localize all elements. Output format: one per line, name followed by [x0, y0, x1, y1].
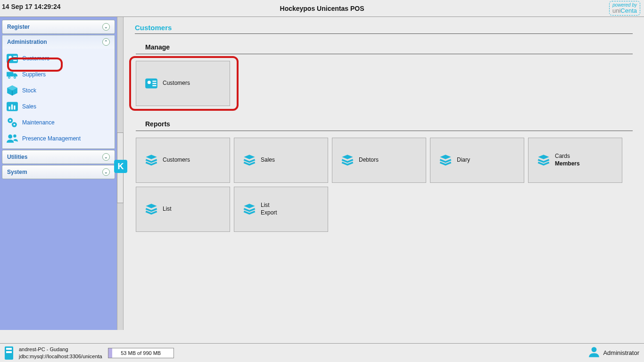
jdbc-url: jdbc:mysql://localhost:3306/unicenta	[19, 353, 102, 360]
barchart-icon	[6, 100, 18, 113]
accordion-administration-label: Administration	[7, 39, 47, 45]
stack-icon	[537, 154, 550, 167]
svg-point-19	[13, 134, 16, 138]
accordion-utilities-label: Utilities	[7, 154, 27, 160]
accordion-register[interactable]: Register ⌄	[2, 20, 115, 34]
sidebar-item-sales[interactable]: Sales	[2, 99, 115, 115]
page-title: Customers	[135, 24, 633, 32]
app-header: 14 Sep 17 14:29:24 Hockeypos Unicentas P…	[0, 0, 644, 17]
customers-icon	[6, 52, 18, 65]
svg-point-25	[592, 347, 597, 352]
svg-rect-11	[8, 107, 10, 110]
user-label: Administrator	[603, 349, 639, 356]
card-report-debtors[interactable]: Debtors	[332, 138, 426, 183]
sidebar-item-label: Maintenance	[22, 119, 55, 126]
card-label: Customers	[163, 80, 190, 87]
section-title-reports: Reports	[145, 120, 633, 128]
accordion-utilities[interactable]: Utilities ⌄	[2, 150, 115, 164]
truck-icon	[6, 68, 18, 81]
svg-point-1	[8, 56, 12, 59]
current-user[interactable]: Administrator	[588, 346, 639, 360]
main-content: Customers Manage Customers Reports Custo…	[124, 17, 644, 330]
accordion-administration-body: Customers Suppliers Stock	[2, 49, 115, 148]
sidebar-item-suppliers[interactable]: Suppliers	[2, 66, 115, 82]
accordion-system[interactable]: System ⌄	[2, 165, 115, 179]
powered-by-badge: powered by uniCenta	[609, 1, 640, 16]
stack-icon	[243, 203, 256, 216]
sidebar-item-label: Suppliers	[22, 71, 46, 78]
svg-rect-13	[14, 106, 15, 110]
chevron-down-icon: ⌄	[102, 153, 110, 161]
accordion-register-label: Register	[7, 24, 30, 30]
card-manage-customers[interactable]: Customers	[136, 61, 230, 106]
customers-icon	[145, 77, 158, 90]
gears-icon	[6, 116, 18, 129]
section-title-manage: Manage	[145, 43, 633, 51]
card-sublabel: Members	[555, 160, 580, 168]
accordion-system-label: System	[7, 169, 27, 175]
svg-rect-2	[13, 56, 17, 57]
svg-rect-12	[11, 105, 13, 110]
server-icon	[5, 346, 13, 360]
sidebar-item-customers[interactable]: Customers	[2, 50, 115, 66]
svg-rect-24	[152, 85, 156, 86]
sidebar-item-label: Presence Management	[22, 135, 81, 142]
svg-point-15	[9, 120, 11, 122]
chevron-down-icon: ⌄	[102, 168, 110, 176]
status-bar: andrest-PC - Gudang jdbc:mysql://localho…	[0, 343, 644, 362]
card-label: Sales	[261, 156, 275, 164]
app-title: Hockeypos Unicentas POS	[0, 5, 644, 12]
stack-icon	[341, 154, 354, 167]
svg-point-21	[148, 81, 151, 84]
people-icon	[6, 132, 18, 145]
svg-rect-23	[152, 83, 156, 84]
card-report-cards-members[interactable]: CardsMembers	[528, 138, 622, 183]
card-label: Diary	[457, 156, 470, 164]
card-report-list-export[interactable]: ListExport	[234, 187, 328, 232]
box-icon	[6, 84, 18, 97]
card-report-customers[interactable]: Customers	[136, 138, 230, 183]
host-info: andrest-PC - Gudang jdbc:mysql://localho…	[19, 346, 102, 360]
accordion-administration[interactable]: Administration ⌃ Customers Suppliers	[2, 35, 115, 149]
stack-icon	[243, 154, 256, 167]
memory-bar: 53 MB of 990 MB	[108, 348, 174, 358]
card-label: Cards	[555, 153, 570, 159]
stack-icon	[439, 154, 452, 167]
card-report-sales[interactable]: Sales	[234, 138, 328, 183]
sidebar: Register ⌄ Administration ⌃ Customers	[0, 17, 117, 330]
sidebar-item-label: Customers	[22, 55, 50, 62]
chevron-down-icon: ⌄	[102, 23, 110, 31]
svg-rect-5	[7, 72, 13, 77]
sidebar-item-label: Stock	[22, 87, 36, 94]
sidebar-item-label: Sales	[22, 103, 36, 110]
card-label: Customers	[163, 156, 190, 164]
datetime-label: 14 Sep 17 14:29:24	[2, 3, 61, 10]
user-icon	[588, 346, 600, 360]
svg-point-17	[13, 123, 15, 125]
svg-rect-22	[152, 81, 156, 82]
stack-icon	[145, 154, 158, 167]
card-label: List	[163, 206, 172, 213]
host-name: andrest-PC - Gudang	[19, 346, 102, 353]
collapse-logo-icon: K	[114, 160, 127, 173]
memory-text: 53 MB of 990 MB	[121, 350, 161, 356]
divider	[136, 131, 633, 131]
svg-rect-4	[13, 60, 17, 61]
card-sublabel: Export	[261, 209, 277, 217]
svg-point-18	[8, 134, 12, 139]
divider	[136, 54, 633, 54]
sidebar-item-stock[interactable]: Stock	[2, 82, 115, 99]
chevron-up-icon: ⌃	[102, 38, 110, 46]
svg-point-9	[14, 77, 15, 78]
svg-rect-3	[13, 58, 17, 59]
card-report-list[interactable]: List	[136, 187, 230, 232]
sidebar-item-maintenance[interactable]: Maintenance	[2, 115, 115, 131]
stack-icon	[145, 203, 158, 216]
svg-point-8	[8, 77, 9, 78]
sidebar-divider[interactable]: K	[117, 17, 124, 330]
sidebar-item-presence[interactable]: Presence Management	[2, 131, 115, 147]
card-report-diary[interactable]: Diary	[430, 138, 524, 183]
card-label: List	[261, 202, 270, 208]
card-label: Debtors	[359, 156, 379, 164]
divider	[135, 33, 633, 34]
